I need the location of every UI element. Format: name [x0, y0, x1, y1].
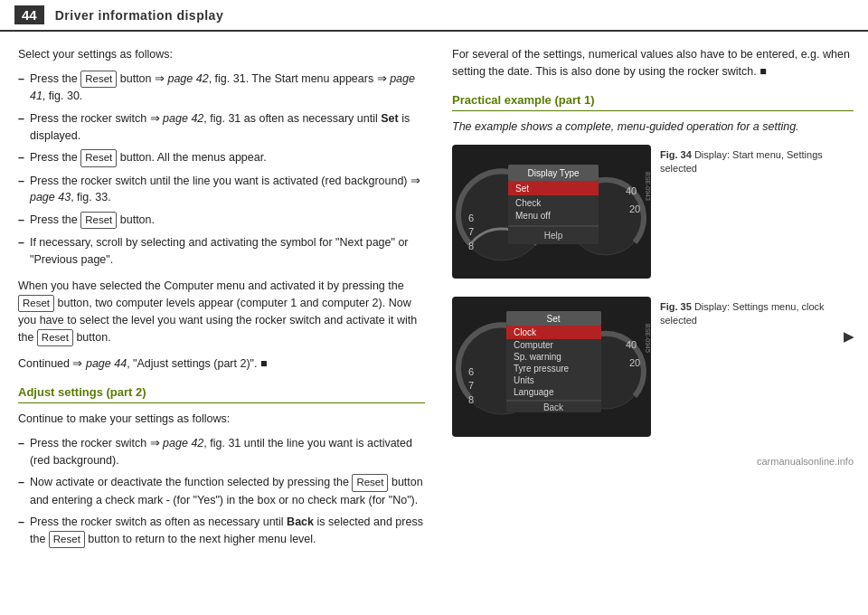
- fig34-caption: Fig. 34 Display: Start menu, Settings se…: [660, 145, 854, 176]
- p2-bullet1-text: Press the rocker switch ⇒ page 42, fig. …: [30, 435, 425, 469]
- watermark: carmanualsonline.info: [452, 454, 854, 469]
- list-item: – If necessary, scroll by selecting and …: [18, 234, 425, 269]
- page-header: 44 Driver information display: [0, 0, 868, 32]
- svg-text:BSE-0945: BSE-0945: [645, 324, 651, 353]
- reset-button-ref: Reset: [80, 212, 117, 229]
- list-item: – Press the Reset button. All the menus …: [18, 149, 425, 166]
- left-column: Select your settings as follows: – Press…: [0, 32, 443, 614]
- dash: –: [18, 173, 24, 190]
- fig34-label: Fig. 34: [660, 149, 692, 160]
- fig34-wrapper: 6 7 8 40 20 Display Type Set Ch: [452, 145, 651, 284]
- svg-text:Menu off: Menu off: [515, 211, 551, 221]
- part2-intro: Continue to make your settings as follow…: [18, 411, 425, 428]
- p2-bullet3-text: Press the rocker switch as often as nece…: [30, 514, 425, 548]
- fig35-gauge: 6 7 8 40 20 Set Clock Computer: [452, 297, 651, 437]
- svg-text:20: 20: [629, 203, 640, 214]
- svg-text:8: 8: [468, 241, 474, 251]
- svg-text:Check: Check: [515, 198, 542, 208]
- svg-text:7: 7: [468, 226, 474, 237]
- list-item: – Press the rocker switch ⇒ page 42, fig…: [18, 110, 425, 145]
- reset-button-ref: Reset: [80, 149, 117, 166]
- bullet4-text: Press the rocker switch until the line y…: [30, 173, 425, 207]
- fig35-right: Fig. 35 Display: Settings menu, clock se…: [660, 297, 854, 347]
- dash: –: [18, 234, 24, 251]
- list-item: – Press the rocker switch ⇒ page 42, fig…: [18, 435, 425, 469]
- list-item: – Press the Reset button.: [18, 212, 425, 229]
- dash: –: [18, 110, 24, 128]
- svg-text:Units: Units: [514, 375, 534, 385]
- practical-example-heading: Practical example (part 1): [452, 91, 854, 112]
- svg-text:6: 6: [468, 366, 474, 377]
- reset-button-ref: Reset: [37, 329, 73, 346]
- section2-heading: Adjust settings (part 2): [18, 383, 425, 404]
- reset-button-ref: Reset: [49, 531, 85, 548]
- dash: –: [18, 212, 24, 229]
- list-item: – Press the Reset button ⇒ page 42, fig.…: [18, 71, 425, 105]
- svg-text:Language: Language: [514, 387, 554, 397]
- right-column: For several of the settings, numerical v…: [443, 32, 868, 614]
- svg-text:40: 40: [626, 339, 637, 350]
- page-title: Driver information display: [55, 8, 223, 23]
- page-number: 44: [14, 5, 44, 24]
- bullet2-text: Press the rocker switch ⇒ page 42, fig. …: [30, 110, 425, 145]
- dash: –: [18, 514, 24, 531]
- bullet3-text: Press the Reset button. All the menus ap…: [30, 149, 267, 166]
- continued-text: Continued ⇒ page 44, "Adjust settings (p…: [18, 355, 425, 373]
- part1-bullet-list: – Press the Reset button ⇒ page 42, fig.…: [18, 71, 425, 269]
- dash: –: [18, 71, 24, 88]
- part1-intro: Select your settings as follows:: [18, 46, 425, 63]
- example-desc: The example shows a complete, menu-guide…: [452, 118, 854, 136]
- svg-text:Help: Help: [544, 231, 563, 241]
- dash: –: [18, 149, 24, 166]
- dash: –: [18, 435, 24, 452]
- svg-text:Set: Set: [515, 184, 529, 194]
- svg-text:7: 7: [468, 380, 474, 391]
- svg-text:Back: Back: [543, 402, 564, 412]
- p2-bullet2-text: Now activate or deactivate the function …: [30, 474, 425, 508]
- dash: –: [18, 474, 24, 491]
- bullet1-text: Press the Reset button ⇒ page 42, fig. 3…: [30, 71, 425, 105]
- fig34-container: 6 7 8 40 20 Display Type Set Ch: [452, 145, 854, 284]
- reset-button-ref: Reset: [18, 295, 54, 312]
- fig35-container: 6 7 8 40 20 Set Clock Computer: [452, 297, 854, 442]
- svg-text:20: 20: [629, 357, 640, 368]
- fig35-wrapper: 6 7 8 40 20 Set Clock Computer: [452, 297, 651, 442]
- page-body: Select your settings as follows: – Press…: [0, 32, 868, 614]
- svg-text:Display Type: Display Type: [527, 168, 580, 178]
- svg-text:Clock: Clock: [514, 327, 537, 337]
- next-arrow: ▶: [660, 327, 854, 346]
- svg-text:6: 6: [468, 213, 474, 223]
- fig35-label: Fig. 35: [660, 301, 692, 312]
- list-item: – Press the rocker switch until the line…: [18, 173, 425, 207]
- svg-text:8: 8: [468, 394, 474, 405]
- svg-text:BSE-0943: BSE-0943: [645, 172, 651, 201]
- bullet6-text: If necessary, scroll by selecting and ac…: [30, 234, 425, 269]
- part2-bullet-list: – Press the rocker switch ⇒ page 42, fig…: [18, 435, 425, 549]
- list-item: – Now activate or deactivate the functio…: [18, 474, 425, 508]
- svg-text:Computer: Computer: [514, 340, 554, 350]
- svg-text:Tyre pressure: Tyre pressure: [514, 364, 570, 374]
- svg-text:Sp. warning: Sp. warning: [514, 352, 561, 362]
- list-item: – Press the rocker switch as often as ne…: [18, 514, 425, 548]
- svg-text:40: 40: [626, 185, 637, 196]
- fig35-caption: Fig. 35 Display: Settings menu, clock se…: [660, 297, 854, 328]
- reset-button-ref: Reset: [80, 71, 117, 88]
- note1: When you have selected the Computer menu…: [18, 278, 425, 346]
- bullet5-text: Press the Reset button.: [30, 212, 155, 229]
- fig34-gauge: 6 7 8 40 20 Display Type Set Ch: [452, 145, 651, 279]
- right-intro: For several of the settings, numerical v…: [452, 46, 854, 80]
- svg-text:Set: Set: [546, 314, 560, 324]
- reset-button-ref: Reset: [352, 474, 388, 491]
